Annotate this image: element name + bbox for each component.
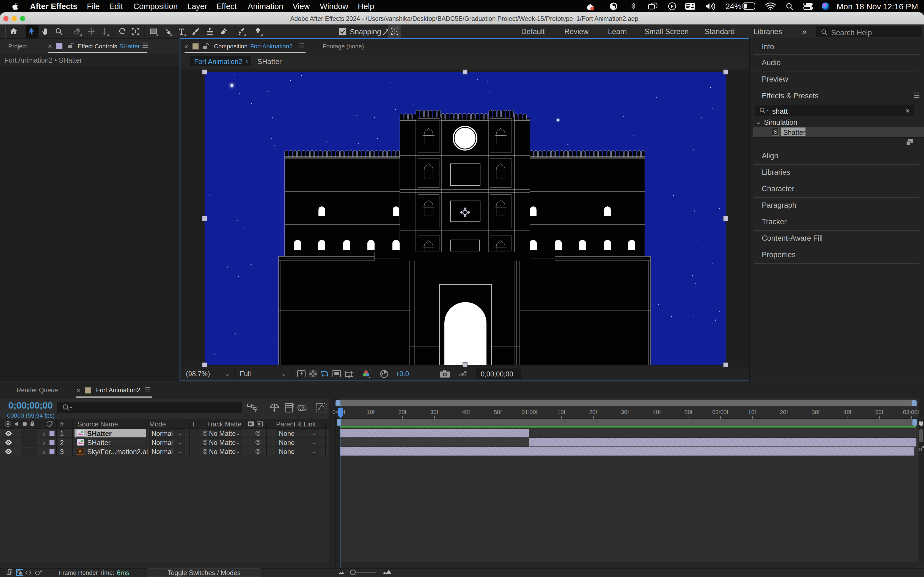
svg-text:Ai: Ai [79, 449, 82, 454]
